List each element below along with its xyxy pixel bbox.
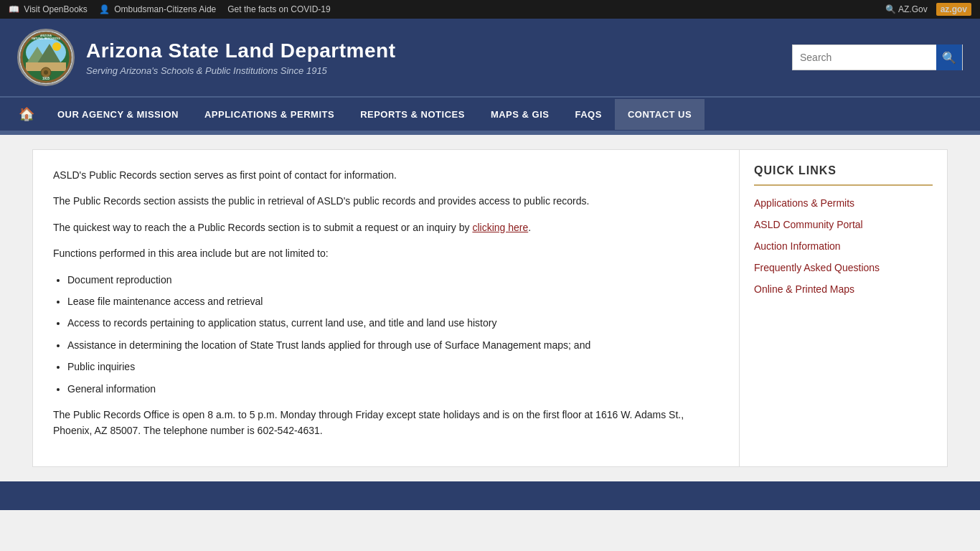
sidebar: QUICK LINKS Applications & Permits ASLD … [740, 149, 948, 467]
logo-svg: 1915 ARIZONA NATURAL RESOURCES [19, 31, 72, 84]
svg-point-4 [52, 42, 61, 51]
nav-item-contact[interactable]: CONTACT US [615, 99, 705, 130]
azgov-label: AZ.Gov [898, 4, 928, 14]
bullet-list: Document reproduction Lease file mainten… [67, 272, 719, 397]
search-box: 🔍 [792, 44, 963, 70]
list-item: General information [67, 381, 719, 397]
quick-link-maps[interactable]: Online & Printed Maps [754, 283, 933, 295]
nav-item-maps[interactable]: MAPS & GIS [478, 99, 562, 130]
site-title: Arizona State Land Department [86, 39, 395, 62]
covid-link[interactable]: Get the facts on COVID-19 [227, 4, 330, 14]
footer [0, 481, 980, 510]
quick-link-faq[interactable]: Frequently Asked Questions [754, 262, 933, 273]
visit-openbooks-link[interactable]: 📖 Visit OpenBooks [9, 4, 88, 14]
main-content: ASLD's Public Records section serves as … [24, 149, 956, 467]
main-nav: 🏠 OUR AGENCY & MISSION APPLICATIONS & PE… [0, 96, 980, 131]
paragraph-2: The Public Records section assists the p… [53, 193, 719, 209]
svg-text:1915: 1915 [42, 77, 50, 80]
quick-link-auction[interactable]: Auction Information [754, 240, 933, 252]
home-button[interactable]: 🏠 [9, 98, 44, 131]
header-title: Arizona State Land Department Serving Ar… [86, 39, 395, 76]
nav-item-reports[interactable]: REPORTS & NOTICES [347, 99, 478, 130]
azgov-link[interactable]: 🔍 AZ.Gov [885, 4, 927, 14]
quick-link-community[interactable]: ASLD Community Portal [754, 219, 933, 230]
book-icon: 📖 [9, 4, 19, 14]
azgov-logo-text: az.gov [941, 4, 967, 14]
nav-item-applications[interactable]: APPLICATIONS & PERMITS [192, 99, 347, 130]
visit-openbooks-label: Visit OpenBooks [24, 4, 88, 14]
top-bar-left: 📖 Visit OpenBooks 👤 Ombudsman-Citizens A… [9, 4, 331, 14]
azgov-logo-link[interactable]: az.gov [936, 3, 971, 16]
nav-item-agency[interactable]: OUR AGENCY & MISSION [44, 99, 192, 130]
paragraph-3: The quickest way to reach the a Public R… [53, 220, 719, 235]
logo: 1915 ARIZONA NATURAL RESOURCES [17, 29, 75, 86]
list-item: Public inquiries [67, 359, 719, 375]
covid-label: Get the facts on COVID-19 [227, 4, 330, 14]
top-bar-right: 🔍 AZ.Gov az.gov [885, 3, 971, 16]
header: 1915 ARIZONA NATURAL RESOURCES Arizona S… [0, 19, 980, 96]
list-item: Assistance in determining the location o… [67, 337, 719, 353]
paragraph-3-post: . [528, 222, 531, 233]
site-subtitle: Serving Arizona's Schools & Public Insti… [86, 65, 395, 76]
list-item: Access to records pertaining to applicat… [67, 315, 719, 331]
quick-links-title: QUICK LINKS [754, 164, 933, 186]
list-item: Document reproduction [67, 272, 719, 288]
svg-text:NATURAL RESOURCES: NATURAL RESOURCES [32, 37, 60, 40]
search-input[interactable] [793, 45, 936, 70]
clicking-here-link[interactable]: clicking here [472, 222, 528, 233]
paragraph-1: ASLD's Public Records section serves as … [53, 167, 719, 183]
paragraph-4: Functions performed in this area include… [53, 245, 719, 261]
list-item: Lease file maintenance access and retrie… [67, 293, 719, 309]
paragraph-3-pre: The quickest way to reach the a Public R… [53, 222, 472, 233]
nav-item-faqs[interactable]: FAQS [562, 99, 614, 130]
content-panel: ASLD's Public Records section serves as … [32, 149, 740, 467]
nav-divider [0, 131, 980, 135]
quick-link-applications[interactable]: Applications & Permits [754, 197, 933, 209]
person-icon: 👤 [99, 4, 110, 14]
paragraph-5: The Public Records Office is open 8 a.m.… [53, 407, 719, 439]
search-button[interactable]: 🔍 [936, 44, 962, 70]
top-bar: 📖 Visit OpenBooks 👤 Ombudsman-Citizens A… [0, 0, 980, 19]
search-icon: 🔍 [942, 51, 956, 65]
azgov-logo: az.gov [936, 3, 971, 16]
search-icon-top: 🔍 [885, 4, 896, 14]
home-icon: 🏠 [19, 106, 34, 122]
svg-point-7 [44, 70, 48, 75]
ombudsman-label: Ombudsman-Citizens Aide [114, 4, 216, 14]
header-left: 1915 ARIZONA NATURAL RESOURCES Arizona S… [17, 29, 395, 86]
ombudsman-link[interactable]: 👤 Ombudsman-Citizens Aide [99, 4, 216, 14]
